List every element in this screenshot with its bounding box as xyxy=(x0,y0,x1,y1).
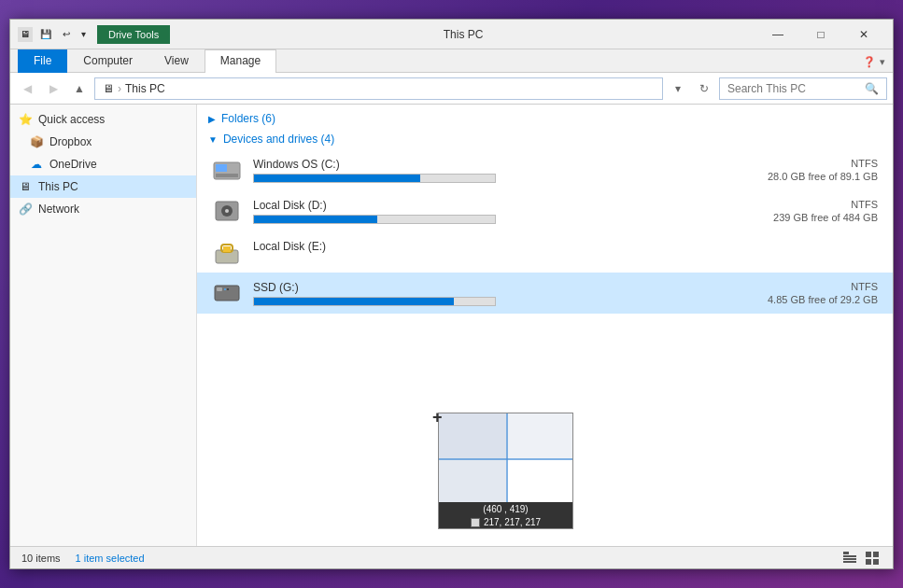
magnifier-color-swatch xyxy=(471,518,480,527)
drive-icon-d xyxy=(212,196,242,226)
folders-section-header[interactable]: ▶ Folders (6) xyxy=(197,108,893,129)
drive-icon-g xyxy=(212,278,242,308)
dropbox-icon: 📦 xyxy=(29,134,44,149)
tab-manage[interactable]: Manage xyxy=(205,49,276,73)
drive-bar-fill-g xyxy=(254,298,454,305)
devices-section-header[interactable]: ▼ Devices and drives (4) xyxy=(197,129,893,149)
magnifier-canvas xyxy=(439,413,572,502)
close-button[interactable]: ✕ xyxy=(842,20,885,49)
main-content: ⭐ Quick access 📦 Dropbox ☁ OneDrive 🖥 Th… xyxy=(10,105,893,546)
search-input[interactable] xyxy=(727,82,861,95)
folders-section-label: Folders (6) xyxy=(221,112,275,125)
items-count: 10 items xyxy=(21,553,61,564)
sidebar-label-quick-access: Quick access xyxy=(38,113,105,126)
drive-fs-g: NTFS xyxy=(851,281,878,292)
sidebar-item-onedrive[interactable]: ☁ OneDrive xyxy=(10,153,196,175)
drive-name-e: Local Disk (E:) xyxy=(253,240,736,253)
content-area: ▶ Folders (6) ▼ Devices and drives (4) xyxy=(197,105,893,546)
maximize-button[interactable]: □ xyxy=(799,20,842,49)
svg-rect-18 xyxy=(873,552,879,557)
customize-qat-btn[interactable]: ▾ xyxy=(78,27,90,41)
sidebar-item-quick-access[interactable]: ⭐ Quick access xyxy=(10,108,196,131)
tab-file[interactable]: File xyxy=(18,49,67,73)
drive-space-c: 28.0 GB free of 89.1 GB xyxy=(768,171,878,182)
address-path[interactable]: 🖥 › This PC xyxy=(94,77,663,100)
view-details-btn[interactable] xyxy=(840,549,859,567)
sidebar-label-onedrive: OneDrive xyxy=(49,158,97,171)
drive-bar-g xyxy=(253,297,496,306)
onedrive-icon: ☁ xyxy=(29,157,44,172)
drive-info-e: Local Disk (E:) xyxy=(253,240,736,265)
minimize-button[interactable]: — xyxy=(756,20,799,49)
back-button[interactable]: ◀ xyxy=(16,77,38,100)
drive-info-c: Windows OS (C:) xyxy=(253,158,736,183)
status-right xyxy=(840,549,882,567)
address-dropdown-btn[interactable]: ▾ xyxy=(667,77,689,100)
drive-meta-e xyxy=(747,251,878,253)
path-label: This PC xyxy=(125,82,165,95)
up-button[interactable]: ▲ xyxy=(68,77,91,100)
devices-section-label: Devices and drives (4) xyxy=(223,133,334,146)
magnifier-popup: (460 , 419) 217, 217, 217 xyxy=(438,413,573,529)
window-title: This PC xyxy=(170,28,756,41)
svg-rect-16 xyxy=(843,561,856,563)
sidebar-label-network: Network xyxy=(38,203,79,216)
drive-bar-c xyxy=(253,174,496,183)
view-tiles-btn[interactable] xyxy=(863,549,882,567)
drive-fs-c: NTFS xyxy=(851,158,878,169)
app-icon: 🖥 xyxy=(18,27,33,42)
drive-bar-fill-c xyxy=(254,175,420,182)
drive-tools-ribbon-context[interactable]: Drive Tools xyxy=(97,25,170,44)
svg-rect-2 xyxy=(216,174,238,177)
drive-info-d: Local Disk (D:) xyxy=(253,199,736,224)
svg-point-5 xyxy=(225,209,229,213)
address-bar: ◀ ▶ ▲ 🖥 › This PC ▾ ↻ 🔍 xyxy=(10,73,893,105)
drive-name-g: SSD (G:) xyxy=(253,281,736,294)
svg-rect-12 xyxy=(227,288,229,290)
svg-rect-19 xyxy=(866,559,871,565)
sidebar-item-network[interactable]: 🔗 Network xyxy=(10,198,196,220)
forward-button[interactable]: ▶ xyxy=(42,77,64,100)
svg-rect-15 xyxy=(843,558,856,560)
help-btn[interactable]: ❓ xyxy=(863,56,876,68)
magnifier-color-row: 217, 217, 217 xyxy=(439,516,572,528)
ribbon-collapse-btn[interactable]: ▾ xyxy=(880,56,885,68)
sidebar-label-dropbox: Dropbox xyxy=(49,135,92,148)
drive-name-c: Windows OS (C:) xyxy=(253,158,736,171)
drive-meta-g: NTFS 4.85 GB free of 29.2 GB xyxy=(747,281,878,305)
svg-rect-10 xyxy=(217,287,222,291)
magnifier-coords: (460 , 419) xyxy=(439,502,572,516)
sidebar-label-this-pc: This PC xyxy=(38,180,78,193)
svg-rect-20 xyxy=(873,559,879,565)
tab-computer[interactable]: Computer xyxy=(67,49,148,73)
drive-item-d[interactable]: Local Disk (D:) NTFS 239 GB free of 484 … xyxy=(197,190,893,231)
svg-rect-13 xyxy=(843,552,849,554)
svg-rect-8 xyxy=(223,246,231,252)
drive-bar-d xyxy=(253,215,496,224)
sidebar: ⭐ Quick access 📦 Dropbox ☁ OneDrive 🖥 Th… xyxy=(10,105,197,546)
drive-item-g[interactable]: SSD (G:) NTFS 4.85 GB free of 29.2 GB xyxy=(197,273,893,314)
magnifier-crosshair-v xyxy=(506,413,508,502)
ribbon: File Computer View Manage ❓ ▾ xyxy=(10,49,893,73)
drive-item-c[interactable]: Windows OS (C:) NTFS 28.0 GB free of 89.… xyxy=(197,149,893,190)
drive-item-e[interactable]: Local Disk (E:) xyxy=(197,231,893,273)
drive-meta-c: NTFS 28.0 GB free of 89.1 GB xyxy=(747,158,878,182)
svg-rect-14 xyxy=(843,555,856,557)
sidebar-item-this-pc[interactable]: 🖥 This PC xyxy=(10,175,196,198)
search-icon: 🔍 xyxy=(865,82,879,95)
quick-access-icon: ⭐ xyxy=(18,112,33,127)
undo-btn[interactable]: ↩ xyxy=(59,27,74,41)
devices-chevron: ▼ xyxy=(208,134,218,145)
svg-rect-1 xyxy=(216,164,227,172)
tab-view[interactable]: View xyxy=(148,49,205,73)
drive-info-g: SSD (G:) xyxy=(253,281,736,306)
ribbon-tabs: File Computer View Manage ❓ ▾ xyxy=(10,49,893,72)
selected-label: 1 item selected xyxy=(76,553,145,564)
quick-save-btn[interactable]: 💾 xyxy=(36,27,55,41)
refresh-btn[interactable]: ↻ xyxy=(693,77,715,100)
network-icon: 🔗 xyxy=(18,202,33,217)
magnifier-color-values: 217, 217, 217 xyxy=(484,517,541,527)
svg-rect-17 xyxy=(866,552,871,557)
sidebar-item-dropbox[interactable]: 📦 Dropbox xyxy=(10,131,196,153)
drive-space-g: 4.85 GB free of 29.2 GB xyxy=(768,294,878,305)
